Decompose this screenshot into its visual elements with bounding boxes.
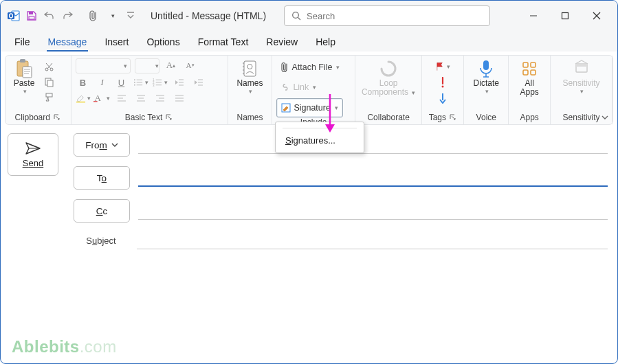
justify-button[interactable]	[172, 91, 187, 105]
sensitivity-button[interactable]: Sensitivity ▾	[563, 58, 600, 95]
apps-grid-icon	[521, 60, 538, 77]
cc-button[interactable]: Cc Cc	[74, 199, 130, 223]
tab-review[interactable]: Review	[265, 34, 299, 52]
redo-icon[interactable]	[60, 8, 75, 23]
font-size-select[interactable]: ▾	[135, 58, 159, 73]
align-left-button[interactable]	[114, 91, 129, 105]
from-field[interactable]	[138, 137, 608, 154]
names-button[interactable]: Names ▾	[235, 58, 264, 95]
svg-rect-4	[29, 16, 34, 19]
link-icon	[280, 83, 290, 91]
tab-help[interactable]: Help	[314, 34, 337, 52]
basic-text-dialog-launcher[interactable]	[165, 113, 173, 122]
svg-rect-14	[23, 67, 32, 78]
format-painter-button[interactable]	[41, 90, 56, 104]
clipboard-dialog-launcher[interactable]	[53, 113, 61, 122]
tab-file[interactable]: File	[13, 34, 32, 52]
font-color-button[interactable]: A▾	[95, 91, 110, 105]
ribbon-tabs: File Message Insert Options Format Text …	[1, 31, 617, 52]
signatures-menu-item[interactable]: SSignatures...ignatures...	[276, 131, 364, 150]
svg-text:3: 3	[153, 84, 155, 87]
bullets-button[interactable]: ▾	[133, 76, 148, 89]
grow-font-button[interactable]: A▴	[164, 58, 179, 72]
undo-icon[interactable]	[42, 8, 57, 23]
qat-customize-icon[interactable]	[123, 8, 138, 23]
ribbon-collapse-button[interactable]	[600, 113, 610, 122]
close-button[interactable]	[582, 5, 612, 27]
window-controls	[518, 5, 612, 27]
increase-indent-button[interactable]	[191, 76, 206, 89]
group-apps: AllApps Apps	[509, 56, 551, 124]
from-button[interactable]: From From	[74, 133, 130, 157]
quick-access-toolbar: ▾	[6, 8, 138, 23]
subject-label: Subject	[74, 236, 129, 246]
send-button[interactable]: Send Send	[8, 133, 58, 176]
group-collaborate: LoopComponents ▾ Collaborate	[355, 56, 422, 124]
align-right-button[interactable]	[153, 91, 168, 105]
svg-rect-67	[483, 60, 489, 70]
tab-insert[interactable]: Insert	[103, 34, 130, 52]
dictate-button[interactable]: Dictate ▾	[472, 58, 500, 95]
attach-icon[interactable]	[86, 8, 101, 23]
low-importance-button[interactable]	[435, 91, 450, 105]
high-importance-button[interactable]	[435, 76, 450, 89]
save-icon[interactable]	[24, 8, 39, 23]
highlight-button[interactable]: ▾	[76, 91, 91, 105]
tags-dialog-launcher[interactable]	[449, 113, 457, 122]
svg-point-27	[133, 82, 135, 83]
outlook-icon	[6, 8, 21, 23]
italic-button[interactable]: I	[95, 76, 110, 89]
tab-format-text[interactable]: Format Text	[197, 34, 250, 52]
cut-button[interactable]	[41, 60, 56, 73]
sensitivity-label-icon	[573, 60, 590, 78]
numbering-button[interactable]: 123▾	[153, 76, 168, 89]
group-names: Names ▾ Names	[228, 56, 273, 124]
signature-button[interactable]: Signature▾	[276, 98, 343, 117]
search-input[interactable]: Search	[284, 5, 490, 26]
svg-rect-9	[562, 13, 569, 19]
link-button[interactable]: Link▾	[276, 78, 320, 96]
maximize-button[interactable]	[550, 5, 580, 27]
flag-icon	[435, 61, 445, 72]
all-apps-button[interactable]: AllApps	[515, 58, 544, 97]
copy-button[interactable]	[41, 75, 56, 89]
bold-button[interactable]: B	[76, 76, 91, 89]
tab-message[interactable]: Message	[47, 34, 89, 52]
chevron-down-icon: ▾	[485, 88, 489, 95]
shrink-font-button[interactable]: A▾	[183, 58, 198, 72]
attach-file-button[interactable]: Attach File▾	[276, 58, 344, 76]
subject-field[interactable]	[137, 232, 608, 249]
svg-rect-43	[76, 102, 85, 103]
to-button[interactable]: To To	[74, 166, 130, 190]
underline-button[interactable]: U	[114, 76, 129, 89]
group-clipboard: Paste ▾ Clipboard	[5, 56, 71, 124]
address-book-icon	[241, 60, 258, 78]
svg-point-25	[133, 79, 135, 80]
svg-line-7	[298, 18, 301, 21]
svg-point-65	[442, 86, 444, 88]
tab-options[interactable]: Options	[145, 34, 181, 52]
copy-icon	[44, 77, 54, 87]
group-voice: Dictate ▾ Voice	[464, 56, 509, 124]
align-center-button[interactable]	[133, 91, 148, 105]
microphone-icon	[478, 59, 494, 78]
decrease-indent-button[interactable]	[172, 76, 187, 89]
svg-rect-44	[93, 101, 98, 102]
signature-icon	[281, 103, 291, 113]
to-field[interactable]	[138, 169, 608, 187]
svg-rect-71	[531, 70, 536, 75]
cc-field[interactable]	[138, 203, 608, 220]
paperclip-icon	[280, 62, 289, 73]
attach-dropdown-icon[interactable]: ▾	[105, 8, 120, 23]
loop-components-button[interactable]: LoopComponents ▾	[362, 58, 415, 97]
paste-button[interactable]: Paste ▾	[10, 58, 38, 95]
svg-rect-69	[531, 62, 536, 67]
svg-rect-13	[20, 59, 25, 62]
minimize-button[interactable]	[518, 5, 549, 27]
svg-rect-68	[523, 62, 528, 67]
font-name-select[interactable]: ▾	[76, 58, 131, 73]
search-icon	[291, 11, 301, 21]
follow-up-button[interactable]: ▾	[435, 60, 450, 73]
svg-rect-3	[29, 12, 33, 14]
svg-rect-70	[523, 70, 528, 75]
